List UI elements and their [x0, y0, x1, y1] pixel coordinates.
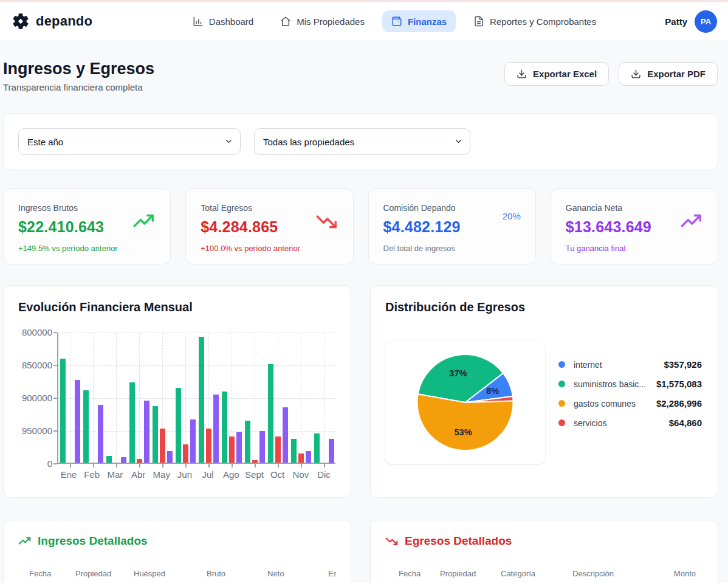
export-excel-label: Exportar Excel: [533, 69, 597, 79]
egresos-table-header: FechaPropiedadCategoríaDescripciónMonto: [385, 569, 703, 578]
stat-card-comision-depando: Comisión Depando $4.482.129 Del total de…: [368, 188, 536, 264]
x-axis-label: Nov: [289, 469, 312, 480]
bar-group-jul: [197, 333, 220, 463]
x-axis-tick: [116, 464, 117, 467]
y-axis-label: 800000: [18, 327, 52, 337]
trending-up-icon: [680, 213, 703, 229]
stat-value: $4.482.129: [383, 218, 521, 236]
bar-verde: [222, 392, 227, 463]
avatar[interactable]: PA: [695, 10, 717, 33]
x-axis-tick: [301, 464, 302, 467]
column-header-propiedad: Propiedad: [75, 569, 134, 578]
legend-dot: [558, 381, 565, 387]
period-select-wrap: Este año: [18, 128, 241, 155]
export-excel-button[interactable]: Exportar Excel: [504, 62, 609, 86]
trending-up-icon: [132, 213, 156, 229]
bar-violeta: [283, 407, 288, 463]
brand[interactable]: depando: [11, 12, 151, 31]
bar-group-abr: [128, 333, 151, 463]
bar-violeta: [329, 439, 334, 463]
bar-group-ago: [220, 333, 243, 463]
x-axis-label: Ene: [57, 469, 80, 480]
column-header-monto: Monto: [673, 569, 703, 578]
bar-violeta: [306, 451, 311, 463]
bar-group-may: [151, 333, 174, 463]
bar-group-nov: [289, 333, 312, 463]
pie-chart-card: Distribución de Egresos 37%8%53% interne…: [370, 285, 718, 498]
bar-verde: [106, 456, 112, 463]
column-header-bruto: Bruto: [207, 569, 267, 578]
x-axis-tick: [324, 464, 325, 467]
egresos-detallados-card: Egresos Detallados FechaPropiedadCategor…: [370, 520, 718, 583]
bar-rojo: [206, 429, 211, 463]
x-axis-label: Feb: [80, 469, 103, 480]
bar-violeta: [167, 451, 173, 463]
main-content: Ingresos y Egresos Transparencia financi…: [0, 60, 728, 583]
nav-user: Patty PA: [638, 10, 717, 33]
trending-up-icon: [18, 536, 32, 546]
brand-name: depando: [36, 13, 92, 29]
pie-panel: 37%8%53%: [385, 341, 545, 464]
legend-value: $64,860: [669, 418, 702, 428]
x-axis-label: Oct: [266, 469, 289, 480]
x-axis-tick: [232, 464, 233, 467]
stat-label: Ganancia Neta: [566, 203, 703, 213]
bar-rojo: [252, 460, 258, 463]
bar-group-oct: [266, 333, 289, 463]
y-axis-label: 850000: [18, 360, 52, 370]
nav-item-finanzas[interactable]: Finanzas: [382, 10, 456, 32]
page-header: Ingresos y Egresos Transparencia financi…: [3, 60, 718, 92]
gridline: [301, 333, 301, 463]
nav-item-reportes[interactable]: Reportes y Comprobantes: [464, 10, 605, 32]
stat-label: Comisión Depando: [383, 203, 521, 213]
ingresos-table-header: FechaPropiedadHuéspedBrutoNetoEstado: [18, 569, 336, 578]
nav-item-dashboard[interactable]: Dashboard: [184, 10, 263, 32]
stat-label: Ingresos Brutos: [18, 203, 156, 213]
bar-rojo: [298, 454, 304, 463]
period-select[interactable]: Este año: [18, 128, 241, 155]
bar-rojo: [275, 436, 281, 463]
legend-value: $357,926: [664, 359, 702, 370]
property-select-wrap: Todas las propiedades: [254, 128, 470, 155]
bar-plot: 8000008500009000009500000: [57, 333, 335, 464]
bar-group-sept: [243, 333, 266, 463]
tables-row: Ingresos Detallados FechaPropiedadHuéspe…: [3, 520, 718, 583]
ingresos-heading: Ingresos Detallados: [18, 534, 336, 548]
bar-x-axis: EneFebMarAbrMayJunJulAgoSeptOctNovDic: [57, 469, 335, 480]
bar-chart-icon: [193, 16, 204, 27]
column-header-propiedad: Propiedad: [440, 569, 501, 578]
stat-label: Total Egresos: [201, 203, 338, 213]
gridline: [93, 333, 94, 463]
legend-dot: [558, 400, 565, 407]
download-icon: [631, 69, 641, 79]
bar-violeta: [236, 432, 242, 463]
stat-sub: Tu ganancia final: [566, 244, 703, 253]
x-axis-tick: [70, 464, 71, 467]
bar-violeta: [144, 401, 149, 463]
column-header-husped: Huésped: [134, 569, 207, 578]
stat-card-ingresos-brutos: Ingresos Brutos $22.410.643 +149.5% vs p…: [3, 188, 171, 264]
legend-label: internet: [574, 360, 602, 370]
gridline: [116, 333, 117, 463]
pie-legend: internet$357,926suministros basic...$1,5…: [558, 359, 703, 428]
legend-value: $2,286,996: [656, 398, 702, 409]
bar-rojo: [229, 436, 235, 463]
stats-row: Ingresos Brutos $22.410.643 +149.5% vs p…: [3, 188, 718, 264]
x-axis-tick: [208, 464, 210, 467]
bar-group-feb: [81, 333, 105, 463]
filters-card: Este año Todas las propiedades: [3, 113, 718, 170]
nav-label: Dashboard: [209, 16, 253, 27]
export-pdf-button[interactable]: Exportar PDF: [619, 62, 718, 86]
x-axis-label: Mar: [103, 469, 126, 480]
x-axis-tick: [255, 464, 256, 467]
charts-row: Evolución Financiera Mensual 80000085000…: [3, 285, 718, 498]
legend-label: suministros basic...: [574, 379, 646, 389]
pie-percent-label: 37%: [449, 368, 467, 378]
property-select[interactable]: Todas las propiedades: [254, 128, 470, 155]
ingresos-detallados-card: Ingresos Detallados FechaPropiedadHuéspe…: [3, 520, 351, 583]
nav-item-mis-propiedades[interactable]: Mis Propiedades: [271, 10, 374, 32]
bar-rojo: [137, 459, 142, 463]
x-axis-tick: [93, 464, 94, 467]
legend-dot: [558, 361, 565, 368]
y-axis-label: 950000: [18, 426, 52, 436]
